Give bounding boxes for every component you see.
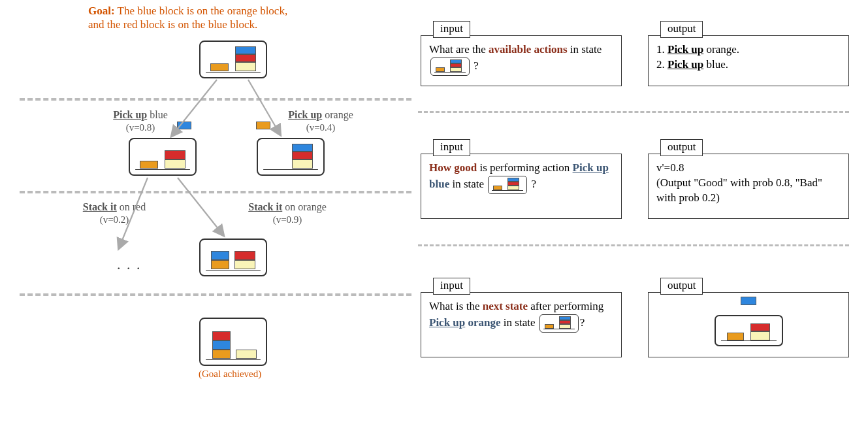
- free-block-blue: [177, 122, 191, 129]
- goal-line2: and the red block is on the blue block.: [88, 18, 257, 31]
- goal-text: Goal: The blue block is on the orange bl…: [88, 4, 287, 32]
- free-block-orange: [256, 122, 270, 129]
- block-yellow: [235, 62, 256, 71]
- action-pickup-blue: Pick up blue (v=0.8): [91, 108, 189, 133]
- goal-achieved: (Goal achieved): [199, 369, 261, 380]
- io2-input: input How good is performing action Pick…: [421, 154, 622, 219]
- io-panel: input What are the available actions in …: [418, 20, 856, 405]
- divider-2: [20, 191, 411, 193]
- right-divider-2: [418, 244, 849, 246]
- action-stack-orange: Stack it on orange (v=0.9): [229, 201, 346, 225]
- block-red: [235, 54, 256, 62]
- io3-input: input What is the next state after perfo…: [421, 292, 622, 357]
- goal-label: Goal:: [88, 5, 115, 17]
- right-divider-1: [418, 111, 849, 113]
- block-orange: [210, 63, 229, 71]
- input-label: input: [433, 21, 470, 38]
- state-after-stack-orange: [199, 239, 267, 276]
- output-label-3: output: [660, 278, 703, 295]
- action-stack-red: Stack it on red (v=0.2): [62, 201, 167, 225]
- ellipsis: . . .: [117, 256, 142, 273]
- mini-state-root-2: [488, 176, 527, 194]
- input-label-2: input: [433, 139, 470, 156]
- io1-output: output 1. Pick up orange. 2. Pick up blu…: [648, 35, 849, 86]
- divider-1: [20, 98, 411, 101]
- goal-line1: The blue block is on the orange block,: [118, 5, 288, 17]
- state-root: [199, 41, 267, 78]
- action-pickup-orange: Pick up orange (v=0.4): [272, 108, 370, 133]
- io1-input: input What are the available actions in …: [421, 35, 622, 86]
- block-blue: [235, 46, 256, 54]
- state-after-pickup-blue: [129, 138, 197, 176]
- tree-diagram: Goal: The blue block is on the orange bl…: [0, 0, 418, 428]
- io3-output: output: [648, 292, 849, 357]
- svg-line-3: [178, 178, 223, 235]
- free-block-blue-out: [741, 297, 756, 305]
- io2-output: output v'=0.8 (Output "Good" with prob 0…: [648, 154, 849, 219]
- output-state: [715, 315, 783, 346]
- divider-3: [20, 293, 411, 296]
- output-label-2: output: [660, 139, 703, 156]
- state-after-pickup-orange: [257, 138, 325, 176]
- input-label-3: input: [433, 278, 470, 295]
- output-label: output: [660, 21, 703, 38]
- mini-state-root-3: [539, 314, 579, 333]
- state-goal: [199, 318, 267, 366]
- mini-state-root: [430, 58, 470, 76]
